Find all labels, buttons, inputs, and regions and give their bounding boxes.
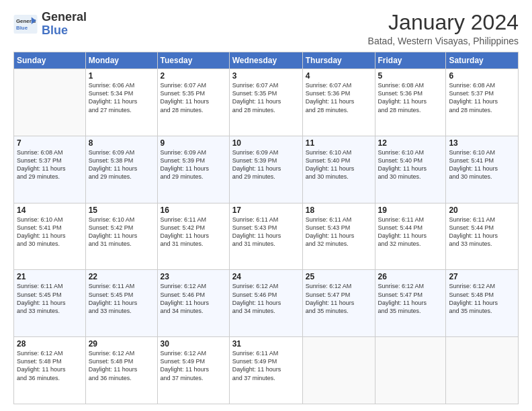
calendar-day-header: Sunday [14, 52, 86, 69]
calendar-cell: 12Sunrise: 6:10 AM Sunset: 5:40 PM Dayli… [375, 136, 446, 203]
day-number: 21 [17, 272, 83, 281]
day-number: 12 [378, 138, 443, 148]
day-info: Sunrise: 6:11 AM Sunset: 5:42 PM Dayligh… [161, 216, 226, 248]
calendar-cell: 7Sunrise: 6:08 AM Sunset: 5:37 PM Daylig… [14, 136, 86, 203]
day-number: 11 [306, 138, 372, 148]
day-number: 8 [89, 138, 154, 148]
day-info: Sunrise: 6:11 AM Sunset: 5:49 PM Dayligh… [232, 349, 300, 382]
day-info: Sunrise: 6:11 AM Sunset: 5:43 PM Dayligh… [232, 216, 300, 248]
day-number: 29 [89, 339, 154, 349]
day-info: Sunrise: 6:12 AM Sunset: 5:47 PM Dayligh… [306, 282, 372, 315]
calendar-header-row: SundayMondayTuesdayWednesdayThursdayFrid… [14, 52, 519, 69]
day-info: Sunrise: 6:11 AM Sunset: 5:45 PM Dayligh… [17, 282, 83, 315]
calendar-cell: 29Sunrise: 6:12 AM Sunset: 5:48 PM Dayli… [85, 337, 157, 404]
calendar-cell: 3Sunrise: 6:07 AM Sunset: 5:35 PM Daylig… [229, 69, 302, 136]
calendar-cell: 19Sunrise: 6:11 AM Sunset: 5:44 PM Dayli… [375, 203, 446, 270]
calendar-cell: 22Sunrise: 6:11 AM Sunset: 5:45 PM Dayli… [85, 270, 157, 337]
calendar-week-row: 1Sunrise: 6:06 AM Sunset: 5:34 PM Daylig… [14, 69, 519, 136]
calendar-cell: 25Sunrise: 6:12 AM Sunset: 5:47 PM Dayli… [302, 270, 375, 337]
day-number: 14 [17, 205, 83, 215]
calendar-day-header: Friday [375, 52, 446, 69]
calendar-cell: 21Sunrise: 6:11 AM Sunset: 5:45 PM Dayli… [14, 270, 86, 337]
day-info: Sunrise: 6:09 AM Sunset: 5:39 PM Dayligh… [232, 148, 300, 181]
day-number: 25 [306, 272, 372, 281]
calendar-day-header: Tuesday [157, 52, 229, 69]
day-number: 2 [161, 71, 226, 81]
day-number: 15 [89, 205, 154, 215]
day-info: Sunrise: 6:12 AM Sunset: 5:48 PM Dayligh… [17, 349, 83, 382]
calendar-cell: 28Sunrise: 6:12 AM Sunset: 5:48 PM Dayli… [14, 337, 86, 404]
calendar-day-header: Saturday [446, 52, 519, 69]
subtitle: Batad, Western Visayas, Philippines [368, 36, 519, 46]
day-number: 5 [378, 71, 443, 81]
logo-text: General Blue [42, 11, 87, 38]
day-number: 24 [232, 272, 300, 281]
main-title: January 2024 [368, 11, 519, 34]
calendar-day-header: Monday [85, 52, 157, 69]
calendar-week-row: 21Sunrise: 6:11 AM Sunset: 5:45 PM Dayli… [14, 270, 519, 337]
day-info: Sunrise: 6:12 AM Sunset: 5:48 PM Dayligh… [89, 349, 154, 382]
day-info: Sunrise: 6:09 AM Sunset: 5:39 PM Dayligh… [161, 148, 226, 181]
calendar-day-header: Thursday [302, 52, 375, 69]
calendar-cell [446, 337, 519, 404]
calendar-cell: 20Sunrise: 6:11 AM Sunset: 5:44 PM Dayli… [446, 203, 519, 270]
calendar-day-header: Wednesday [229, 52, 302, 69]
day-info: Sunrise: 6:10 AM Sunset: 5:41 PM Dayligh… [17, 216, 83, 248]
calendar-week-row: 28Sunrise: 6:12 AM Sunset: 5:48 PM Dayli… [14, 337, 519, 404]
calendar-cell [302, 337, 375, 404]
day-info: Sunrise: 6:10 AM Sunset: 5:40 PM Dayligh… [306, 148, 372, 181]
day-info: Sunrise: 6:10 AM Sunset: 5:41 PM Dayligh… [449, 148, 515, 181]
day-info: Sunrise: 6:12 AM Sunset: 5:46 PM Dayligh… [161, 282, 226, 315]
day-info: Sunrise: 6:12 AM Sunset: 5:49 PM Dayligh… [161, 349, 226, 382]
calendar-week-row: 7Sunrise: 6:08 AM Sunset: 5:37 PM Daylig… [14, 136, 519, 203]
day-info: Sunrise: 6:11 AM Sunset: 5:43 PM Dayligh… [306, 216, 372, 248]
calendar-cell: 30Sunrise: 6:12 AM Sunset: 5:49 PM Dayli… [157, 337, 229, 404]
day-info: Sunrise: 6:06 AM Sunset: 5:34 PM Dayligh… [89, 81, 154, 114]
day-number: 7 [17, 138, 83, 148]
day-number: 9 [161, 138, 226, 148]
day-info: Sunrise: 6:07 AM Sunset: 5:35 PM Dayligh… [161, 81, 226, 114]
day-number: 23 [161, 272, 226, 281]
day-info: Sunrise: 6:07 AM Sunset: 5:36 PM Dayligh… [306, 81, 372, 114]
day-info: Sunrise: 6:11 AM Sunset: 5:45 PM Dayligh… [89, 282, 154, 315]
calendar-cell: 14Sunrise: 6:10 AM Sunset: 5:41 PM Dayli… [14, 203, 86, 270]
svg-text:Blue: Blue [16, 25, 28, 31]
day-number: 30 [161, 339, 226, 349]
day-info: Sunrise: 6:08 AM Sunset: 5:36 PM Dayligh… [378, 81, 443, 114]
calendar-cell: 2Sunrise: 6:07 AM Sunset: 5:35 PM Daylig… [157, 69, 229, 136]
day-number: 17 [232, 205, 300, 215]
day-number: 27 [449, 272, 515, 281]
calendar-cell: 8Sunrise: 6:09 AM Sunset: 5:38 PM Daylig… [85, 136, 157, 203]
day-info: Sunrise: 6:12 AM Sunset: 5:46 PM Dayligh… [232, 282, 300, 315]
day-number: 28 [17, 339, 83, 349]
day-number: 4 [306, 71, 372, 81]
calendar-cell: 31Sunrise: 6:11 AM Sunset: 5:49 PM Dayli… [229, 337, 302, 404]
day-number: 26 [378, 272, 443, 281]
title-block: January 2024 Batad, Western Visayas, Phi… [368, 11, 519, 46]
day-number: 16 [161, 205, 226, 215]
calendar-cell: 26Sunrise: 6:12 AM Sunset: 5:47 PM Dayli… [375, 270, 446, 337]
header: General Blue General Blue January 2024 B… [13, 11, 519, 46]
day-info: Sunrise: 6:07 AM Sunset: 5:35 PM Dayligh… [232, 81, 300, 114]
day-number: 1 [89, 71, 154, 81]
calendar-cell: 6Sunrise: 6:08 AM Sunset: 5:37 PM Daylig… [446, 69, 519, 136]
day-info: Sunrise: 6:08 AM Sunset: 5:37 PM Dayligh… [449, 81, 515, 114]
page: General Blue General Blue January 2024 B… [0, 0, 532, 411]
day-info: Sunrise: 6:10 AM Sunset: 5:42 PM Dayligh… [89, 216, 154, 248]
calendar-cell: 18Sunrise: 6:11 AM Sunset: 5:43 PM Dayli… [302, 203, 375, 270]
calendar-cell: 1Sunrise: 6:06 AM Sunset: 5:34 PM Daylig… [85, 69, 157, 136]
calendar-week-row: 14Sunrise: 6:10 AM Sunset: 5:41 PM Dayli… [14, 203, 519, 270]
day-number: 18 [306, 205, 372, 215]
calendar-cell: 11Sunrise: 6:10 AM Sunset: 5:40 PM Dayli… [302, 136, 375, 203]
logo-icon: General Blue [13, 15, 38, 34]
day-number: 13 [449, 138, 515, 148]
day-info: Sunrise: 6:12 AM Sunset: 5:48 PM Dayligh… [449, 282, 515, 315]
calendar-cell: 9Sunrise: 6:09 AM Sunset: 5:39 PM Daylig… [157, 136, 229, 203]
day-number: 19 [378, 205, 443, 215]
day-number: 31 [232, 339, 300, 349]
day-info: Sunrise: 6:11 AM Sunset: 5:44 PM Dayligh… [449, 216, 515, 248]
calendar-cell: 24Sunrise: 6:12 AM Sunset: 5:46 PM Dayli… [229, 270, 302, 337]
day-info: Sunrise: 6:08 AM Sunset: 5:37 PM Dayligh… [17, 148, 83, 181]
calendar-table: SundayMondayTuesdayWednesdayThursdayFrid… [13, 52, 519, 404]
day-info: Sunrise: 6:11 AM Sunset: 5:44 PM Dayligh… [378, 216, 443, 248]
